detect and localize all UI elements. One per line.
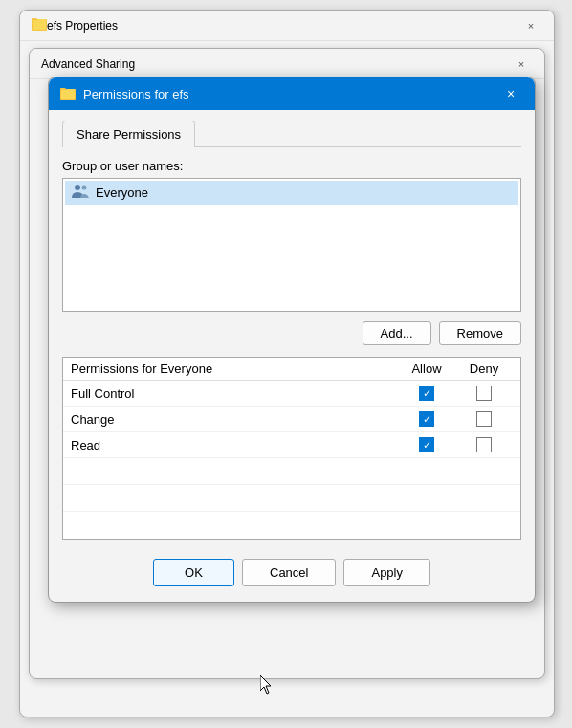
svg-point-0 [75,185,80,190]
folder-icon [32,17,47,33]
apply-button[interactable]: Apply [343,559,430,586]
permissions-dialog-titlebar: Permissions for efs × [49,77,535,110]
group-list-box[interactable]: Everyone [62,178,521,312]
table-row [63,458,520,485]
efs-properties-title: efs Properties [47,19,519,33]
read-allow-checkbox[interactable] [398,436,455,453]
ok-button[interactable]: OK [153,559,234,586]
checkbox-wrapper[interactable] [475,385,493,402]
table-row [63,485,520,512]
permissions-dialog: Permissions for efs × Share Permissions … [48,77,536,603]
dialog-body: Share Permissions Group or user names: [49,110,535,602]
permissions-for-label: Permissions for Everyone [71,362,398,376]
dialog-folder-icon [60,87,76,100]
perm-full-control-label: Full Control [71,386,398,401]
change-deny-checkbox[interactable] [455,410,513,428]
checked-solid-icon [419,437,434,452]
permissions-header: Permissions for Everyone Allow Deny [63,358,520,380]
full-control-deny-checkbox[interactable] [455,385,513,402]
cancel-button[interactable]: Cancel [242,559,336,586]
unchecked-icon [476,386,492,401]
table-row: Read [63,432,520,458]
permissions-table: Permissions for Everyone Allow Deny Full… [62,357,521,540]
table-row: Change [63,407,520,432]
full-control-allow-checkbox[interactable] [398,385,455,402]
dialog-close-button[interactable]: × [498,81,523,106]
tab-bar: Share Permissions [62,120,521,147]
checkbox-wrapper[interactable] [418,436,435,453]
add-button[interactable]: Add... [363,321,431,345]
deny-column-header: Deny [455,362,513,376]
efs-properties-titlebar: efs Properties × [20,11,554,41]
perm-read-label: Read [71,438,398,452]
dialog-title-text: Permissions for efs [83,87,498,101]
checkbox-wrapper[interactable] [418,410,435,428]
dashed-checked-icon [419,386,434,401]
advanced-sharing-titlebar: Advanced Sharing × [30,49,544,79]
advanced-sharing-title: Advanced Sharing [41,57,510,71]
efs-properties-close-button[interactable]: × [519,14,542,37]
change-allow-checkbox[interactable] [398,410,455,428]
perm-change-label: Change [71,412,398,427]
bottom-button-row: OK Cancel Apply [62,553,521,588]
svg-point-1 [82,186,87,190]
add-remove-btn-row: Add... Remove [62,321,521,345]
users-icon [71,184,90,202]
read-deny-checkbox[interactable] [455,436,513,453]
checkbox-wrapper[interactable] [475,410,493,428]
tab-share-permissions[interactable]: Share Permissions [62,121,195,147]
unchecked-icon [476,411,492,427]
everyone-label: Everyone [96,186,148,200]
table-row [63,512,520,539]
allow-column-header: Allow [398,362,455,376]
group-section-label: Group or user names: [62,159,521,173]
checkbox-wrapper[interactable] [418,385,435,402]
list-item-everyone[interactable]: Everyone [65,181,518,205]
checkbox-wrapper[interactable] [475,436,493,453]
permissions-rows: Full Control Change [63,380,520,539]
remove-button[interactable]: Remove [439,321,521,345]
table-row: Full Control [63,381,520,407]
checked-solid-icon [419,411,434,427]
unchecked-icon [476,437,492,452]
advanced-sharing-close-button[interactable]: × [510,53,533,76]
